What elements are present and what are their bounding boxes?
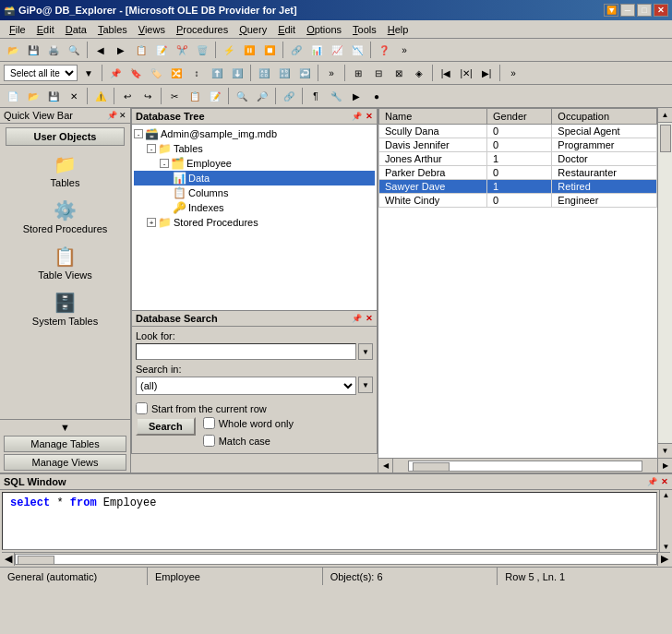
toolbar-btn-5[interactable]: 📋 (132, 41, 150, 59)
toolbar-t3[interactable]: ↪ (138, 87, 157, 105)
toolbar-more2[interactable]: » (322, 64, 341, 82)
menu-edit2[interactable]: Edit (272, 23, 301, 36)
qvb-tables[interactable]: 📁 Tables (0, 148, 130, 194)
hscroll-thumb[interactable] (413, 462, 450, 472)
sql-hscroll-right[interactable]: ▶ (657, 553, 670, 566)
sql-pin-icon[interactable]: 📌 (647, 477, 657, 486)
tree-root[interactable]: - 🗃️ Admin@sample_img.mdb (134, 126, 375, 141)
sql-hscroll-thumb[interactable] (18, 556, 54, 565)
toolbar-r12[interactable]: ⊟ (369, 64, 388, 82)
toolbar-t5[interactable]: 🔧 (327, 87, 345, 105)
toolbar-t1[interactable]: ✕ (65, 87, 83, 105)
toolbar-btn-4[interactable]: 🔍 (65, 41, 83, 59)
hscroll-right[interactable]: ▶ (657, 459, 672, 473)
sql-editor[interactable]: select * from Employee (2, 492, 657, 550)
toolbar-btn-3[interactable]: 🖨️ (44, 41, 63, 59)
toolbar-paste2[interactable]: 📝 (206, 87, 224, 105)
look-for-input[interactable] (136, 343, 356, 360)
toolbar-r11[interactable]: ⊞ (349, 64, 367, 82)
toolbar-btn-15[interactable]: 📉 (348, 41, 366, 59)
toolbar-link2[interactable]: 🔗 (280, 87, 298, 105)
menu-tools[interactable]: Tools (347, 23, 382, 36)
toolbar-search2[interactable]: 🔍 (233, 87, 251, 105)
tree-indexes[interactable]: 🔑 Indexes (134, 200, 375, 215)
close-button[interactable]: ✕ (654, 4, 668, 17)
toolbar-r6[interactable]: ⬆️ (208, 64, 226, 82)
manage-views-button[interactable]: Manage Views (4, 454, 126, 471)
toolbar-btn-12[interactable]: 🔗 (287, 41, 306, 59)
menu-tables[interactable]: Tables (92, 23, 133, 36)
search-in-dropdown[interactable]: ▼ (358, 377, 373, 393)
sql-hscroll-left[interactable]: ◀ (2, 553, 15, 566)
menu-data[interactable]: Data (60, 23, 92, 36)
table-row[interactable]: Jones Arthur1Doctor (379, 152, 657, 166)
tree-expand-tables[interactable]: - (147, 144, 156, 153)
qvb-table-views[interactable]: 📋 Table Views (0, 240, 130, 286)
select-all-items[interactable]: Select all ite (4, 65, 78, 81)
tree-tables[interactable]: - 📁 Tables (134, 141, 375, 156)
qvb-system-tables[interactable]: 🗄️ System Tables (0, 286, 130, 332)
toolbar-dot[interactable]: ● (367, 87, 386, 105)
toolbar-r3[interactable]: 🏷️ (147, 64, 165, 82)
toolbar-run[interactable]: ▶ (347, 87, 366, 105)
sql-scroll-down[interactable]: ▼ (662, 542, 671, 552)
scroll-down-button[interactable]: ▼ (658, 443, 672, 458)
table-row[interactable]: Parker Debra0Restauranter (379, 166, 657, 180)
toolbar-btn-10[interactable]: ⏸️ (240, 41, 258, 59)
match-case-checkbox[interactable] (203, 435, 215, 447)
user-objects-button[interactable]: User Objects (6, 127, 125, 146)
tree-expand-stored[interactable]: + (147, 218, 156, 227)
toolbar-more3[interactable]: » (504, 64, 522, 82)
menu-options[interactable]: Options (301, 23, 347, 36)
toolbar-r17[interactable]: ▶| (477, 64, 496, 82)
toolbar-more[interactable]: » (395, 41, 414, 59)
toolbar-save2[interactable]: 💾 (44, 87, 63, 105)
toolbar-btn-9[interactable]: ⚡ (220, 41, 238, 59)
toolbar-back[interactable]: ◀ (91, 41, 110, 59)
menu-query[interactable]: Query (234, 23, 272, 36)
toolbar-btn-2[interactable]: 💾 (24, 41, 42, 59)
table-row[interactable]: White Cindy0Engineer (379, 194, 657, 208)
tree-employee[interactable]: - 🗂️ Employee (134, 156, 375, 171)
search-close-icon[interactable]: ✕ (366, 314, 373, 323)
toolbar-btn-14[interactable]: 📈 (328, 41, 346, 59)
toolbar-t4[interactable]: ¶ (306, 87, 325, 105)
table-row[interactable]: Scully Dana0Special Agent (379, 125, 657, 138)
maximize-button[interactable]: □ (637, 4, 652, 17)
qvb-stored-procedures[interactable]: ⚙️ Stored Procedures (0, 194, 130, 240)
menu-views[interactable]: Views (133, 23, 171, 36)
tree-data[interactable]: 📊 Data (134, 171, 375, 185)
start-from-current-checkbox[interactable] (136, 402, 148, 414)
menu-help[interactable]: Help (382, 23, 414, 36)
hscroll-left[interactable]: ◀ (378, 459, 393, 473)
toolbar-r7[interactable]: ⬇️ (228, 64, 246, 82)
toolbar-cut2[interactable]: ✂ (165, 87, 184, 105)
tree-columns[interactable]: 📋 Columns (134, 185, 375, 200)
table-row[interactable]: Davis Jennifer0Programmer (379, 138, 657, 152)
toolbar-btn-6[interactable]: 📝 (152, 41, 171, 59)
sql-scroll-up[interactable]: ▲ (662, 490, 671, 500)
tree-expand-employee[interactable]: - (160, 159, 169, 168)
toolbar-t2[interactable]: ↩ (118, 87, 137, 105)
whole-word-checkbox[interactable] (203, 417, 215, 429)
minimize-button[interactable]: ─ (620, 4, 635, 17)
toolbar-btn-11[interactable]: ⏹️ (260, 41, 279, 59)
tree-stored-procs[interactable]: + 📁 Stored Procedures (134, 215, 375, 230)
toolbar-r2[interactable]: 🔖 (126, 64, 145, 82)
toolbar-r5[interactable]: ↕️ (187, 64, 206, 82)
toolbar-btn-1[interactable]: 📂 (4, 41, 22, 59)
toolbar-r8[interactable]: 🔠 (255, 64, 273, 82)
toolbar-forward[interactable]: ▶ (112, 41, 130, 59)
toolbar-btn-16[interactable]: ❓ (375, 41, 393, 59)
qvb-pin-icon[interactable]: 📌 (107, 111, 117, 120)
search-button[interactable]: Search (136, 417, 196, 436)
qvb-close-icon[interactable]: ✕ (119, 111, 126, 120)
tree-close-icon[interactable]: ✕ (366, 112, 373, 121)
toolbar-r13[interactable]: ⊠ (390, 64, 408, 82)
toolbar-r1[interactable]: 📌 (106, 64, 125, 82)
search-in-select[interactable]: (all) Tables Views Stored Procedures (136, 377, 356, 395)
toolbar-r15[interactable]: |◀ (437, 64, 455, 82)
toolbar-r9[interactable]: 🔡 (275, 64, 294, 82)
table-row[interactable]: Sawyer Dave1Retired (379, 180, 657, 194)
look-for-dropdown[interactable]: ▼ (358, 343, 373, 360)
